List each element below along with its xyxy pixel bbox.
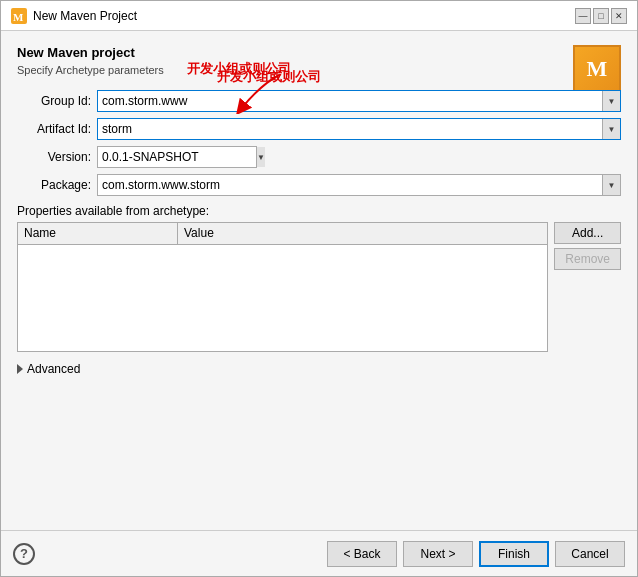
artifact-id-dropdown-button[interactable]: ▼: [602, 119, 620, 139]
advanced-triangle-icon: [17, 364, 23, 374]
title-bar-controls: — □ ✕: [575, 8, 627, 24]
title-bar: M New Maven Project — □ ✕: [1, 1, 637, 31]
table-action-buttons: Add... Remove: [554, 222, 621, 352]
next-button[interactable]: Next >: [403, 541, 473, 567]
advanced-label: Advanced: [27, 362, 80, 376]
footer-right: < Back Next > Finish Cancel: [327, 541, 625, 567]
title-bar-left: M New Maven Project: [11, 8, 137, 24]
table-header: Name Value: [18, 223, 547, 245]
minimize-button[interactable]: —: [575, 8, 591, 24]
package-label: Package:: [17, 178, 97, 192]
content-area: M New Maven project Specify Archetype pa…: [1, 31, 637, 530]
properties-table: Name Value: [17, 222, 548, 352]
footer: ? < Back Next > Finish Cancel: [1, 530, 637, 576]
close-button[interactable]: ✕: [611, 8, 627, 24]
cancel-button[interactable]: Cancel: [555, 541, 625, 567]
properties-label: Properties available from archetype:: [17, 204, 621, 218]
maximize-button[interactable]: □: [593, 8, 609, 24]
artifact-id-label: Artifact Id:: [17, 122, 97, 136]
maven-m-icon: M: [573, 45, 621, 93]
group-id-input[interactable]: [98, 91, 602, 111]
help-button[interactable]: ?: [13, 543, 35, 565]
col-value-header: Value: [178, 223, 547, 244]
title-bar-title: New Maven Project: [33, 9, 137, 23]
package-row: Package: ▼: [17, 174, 621, 196]
dialog-window: M New Maven Project — □ ✕ M New Maven pr…: [0, 0, 638, 577]
properties-table-container: Name Value: [17, 222, 548, 352]
artifact-id-input-container: ▼: [97, 118, 621, 140]
group-id-input-container: ▼: [97, 90, 621, 112]
maven-small-icon: M: [11, 8, 27, 24]
artifact-id-row: Artifact Id: ▼ 项目名称: [17, 118, 621, 140]
package-dropdown-button[interactable]: ▼: [602, 175, 620, 195]
group-id-row: Group Id: ▼ 开发小组或则公司: [17, 90, 621, 112]
table-body: [18, 245, 547, 351]
version-combo: ▼: [97, 146, 257, 168]
group-id-dropdown-button[interactable]: ▼: [602, 91, 620, 111]
svg-text:M: M: [13, 11, 24, 23]
footer-left: ?: [13, 543, 35, 565]
add-button[interactable]: Add...: [554, 222, 621, 244]
package-input[interactable]: [98, 176, 602, 194]
section-subtitle: Specify Archetype parameters: [17, 64, 621, 76]
advanced-section[interactable]: Advanced: [17, 362, 621, 376]
version-input[interactable]: [98, 147, 256, 167]
version-dropdown-button[interactable]: ▼: [256, 147, 265, 167]
version-row: Version: ▼: [17, 146, 621, 168]
col-name-header: Name: [18, 223, 178, 244]
remove-button[interactable]: Remove: [554, 248, 621, 270]
group-id-label: Group Id:: [17, 94, 97, 108]
artifact-id-input[interactable]: [98, 119, 602, 139]
properties-area: Name Value Add... Remove: [17, 222, 621, 352]
back-button[interactable]: < Back: [327, 541, 397, 567]
finish-button[interactable]: Finish: [479, 541, 549, 567]
maven-logo: M: [573, 45, 621, 93]
version-label: Version:: [17, 150, 97, 164]
section-title: New Maven project: [17, 45, 621, 60]
